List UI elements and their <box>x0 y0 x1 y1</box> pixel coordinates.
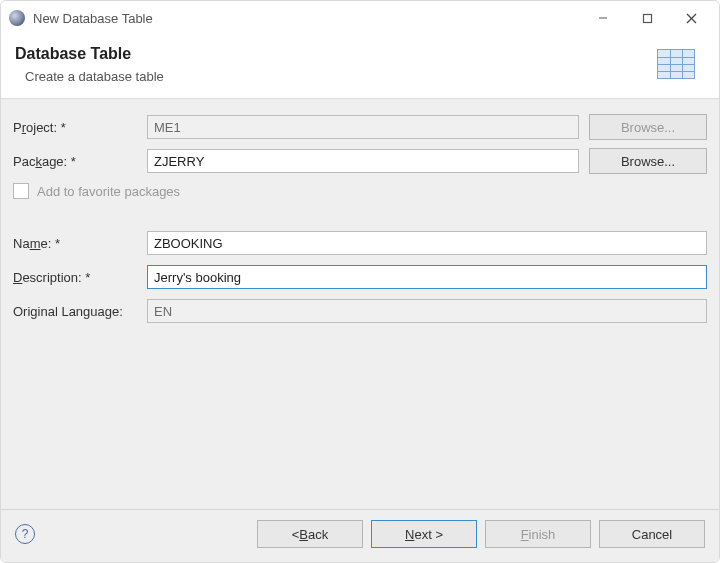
help-icon[interactable]: ? <box>15 524 35 544</box>
project-input[interactable] <box>147 115 579 139</box>
dialog-window: New Database Table Database Table Create… <box>0 0 720 563</box>
close-button[interactable] <box>669 3 713 33</box>
favorites-checkbox[interactable] <box>13 183 29 199</box>
title-bar: New Database Table <box>1 1 719 35</box>
maximize-button[interactable] <box>625 3 669 33</box>
back-button[interactable]: < Back <box>257 520 363 548</box>
svg-rect-1 <box>643 14 651 22</box>
eclipse-icon <box>9 10 25 26</box>
package-browse-button[interactable]: Browse... <box>589 148 707 174</box>
next-button[interactable]: Next > <box>371 520 477 548</box>
description-row: Description: * <box>13 263 707 291</box>
wizard-footer: ? < Back Next > Finish Cancel <box>1 509 719 562</box>
package-input[interactable] <box>147 149 579 173</box>
cancel-button[interactable]: Cancel <box>599 520 705 548</box>
minimize-button[interactable] <box>581 3 625 33</box>
original-language-label: Original Language: <box>13 304 137 319</box>
description-input[interactable] <box>147 265 707 289</box>
package-label: Package: * <box>13 154 137 169</box>
finish-button[interactable]: Finish <box>485 520 591 548</box>
favorites-row: Add to favorite packages <box>13 181 707 207</box>
name-row: Name: * <box>13 229 707 257</box>
original-language-row: Original Language: <box>13 297 707 325</box>
favorites-label: Add to favorite packages <box>37 184 180 199</box>
page-title: Database Table <box>15 45 657 63</box>
page-subtitle: Create a database table <box>25 69 657 84</box>
package-row: Package: * Browse... <box>13 147 707 175</box>
window-controls <box>581 3 713 33</box>
original-language-input[interactable] <box>147 299 707 323</box>
name-label: Name: * <box>13 236 137 251</box>
name-input[interactable] <box>147 231 707 255</box>
wizard-header: Database Table Create a database table <box>1 35 719 99</box>
project-label: Project: * <box>13 120 137 135</box>
description-label: Description: * <box>13 270 137 285</box>
table-icon <box>657 49 699 83</box>
project-browse-button[interactable]: Browse... <box>589 114 707 140</box>
window-title: New Database Table <box>33 11 581 26</box>
project-row: Project: * Browse... <box>13 113 707 141</box>
form-area: Project: * Browse... Package: * Browse..… <box>1 99 719 509</box>
